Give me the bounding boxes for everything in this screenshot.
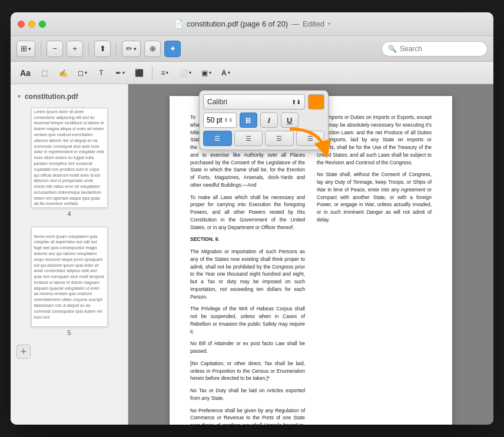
sidebar-icon: ⊞ xyxy=(21,44,27,53)
close-button[interactable] xyxy=(18,21,25,28)
share-icon: ⬆ xyxy=(100,44,106,53)
draw-button[interactable]: ✍ xyxy=(55,65,71,81)
sidebar-toggle-button[interactable]: ⊞ ▾ xyxy=(16,41,35,57)
font-name-chevron-icon: ⬆⬇ xyxy=(291,99,301,105)
text-style-icon: A xyxy=(221,69,227,77)
alignment-row: ☰ ☰ ☰ ☰ xyxy=(203,131,324,146)
main-toolbar: ⊞ ▾ − + ⬆ ✏ ▾ ⊕ ✦ 🔍 xyxy=(11,36,493,62)
sidebar-header: ▼ constitution.pdf xyxy=(11,90,128,103)
zoom-in-button[interactable]: + xyxy=(67,41,83,57)
font-size-stepper-icon[interactable]: ⬆⬇ xyxy=(224,117,233,123)
stamp-button[interactable]: ⊕ xyxy=(144,41,161,57)
select-button[interactable]: ⬚ xyxy=(37,65,52,81)
maximize-button[interactable] xyxy=(39,21,46,28)
text-style-button[interactable]: A ▾ xyxy=(218,65,234,81)
traffic-lights xyxy=(18,21,46,28)
toolbar-separator-1 xyxy=(41,42,41,55)
font-name-row: Calibri ⬆⬇ xyxy=(203,94,324,110)
fill-button[interactable]: ▣ ▾ xyxy=(198,65,215,81)
page-4-content: Lorem ipsum dolor sit amet consectetur a… xyxy=(32,108,107,208)
app-window: 📄 constitution.pdf (page 6 of 20) — Edit… xyxy=(11,12,493,425)
zoom-in-icon: + xyxy=(72,44,77,53)
italic-label: I xyxy=(268,116,270,125)
border-button[interactable]: ⬜ ▾ xyxy=(175,65,195,81)
pen-icon: ✏ xyxy=(126,44,132,53)
page-5-label: 5 xyxy=(67,329,71,336)
paragraph-2: To make all Laws which shall be necessar… xyxy=(190,194,305,231)
bold-label: B xyxy=(246,116,251,125)
italic-button[interactable]: I xyxy=(260,112,278,128)
border-icon: ⬜ xyxy=(179,69,188,77)
text-style-chevron-icon: ▾ xyxy=(228,70,230,75)
align-left-button[interactable]: ☰ xyxy=(203,131,232,146)
zoom-out-button[interactable]: − xyxy=(47,41,63,57)
align-center-button[interactable]: ☰ xyxy=(234,131,263,146)
shapes-button[interactable]: ◻ ▾ xyxy=(74,65,91,81)
pen-chevron-icon: ▾ xyxy=(134,46,137,52)
underline-button[interactable]: U xyxy=(281,112,299,128)
page-5-thumbnail[interactable]: Nemo enim ipsam voluptatem quia voluptas… xyxy=(31,227,108,327)
fill-chevron-icon: ▾ xyxy=(209,70,211,75)
align-right-button[interactable]: ☰ xyxy=(265,131,294,146)
pdf-icon: 📄 xyxy=(174,19,183,28)
font-name-select[interactable]: Calibri ⬆⬇ xyxy=(203,94,305,110)
page-5-content: Nemo enim ipsam voluptatem quia voluptas… xyxy=(32,231,107,323)
share-button[interactable]: ⬆ xyxy=(94,41,111,57)
font-size-input[interactable]: 50 pt ⬆⬇ xyxy=(203,112,237,128)
paragraph-6: [No Capitation, or other direct, Tax sha… xyxy=(190,360,305,382)
dropdown-chevron-icon[interactable]: ▾ xyxy=(328,21,330,27)
font-color-swatch[interactable] xyxy=(308,94,324,110)
draw-icon: ✍ xyxy=(59,69,68,77)
minimize-button[interactable] xyxy=(28,21,35,28)
paragraph-4: The Privilege of the Writ of Habeas Corp… xyxy=(190,305,305,335)
tb2-separator-1 xyxy=(152,67,152,80)
edited-status: Edited xyxy=(303,19,324,28)
titlebar-title: 📄 constitution.pdf (page 6 of 20) — Edit… xyxy=(174,19,330,28)
markup-icon: ✦ xyxy=(170,44,176,53)
add-page-button[interactable]: + xyxy=(16,345,31,359)
search-box[interactable]: 🔍 xyxy=(382,41,488,57)
stamp-icon: ⊕ xyxy=(150,44,156,53)
text-button[interactable]: T xyxy=(94,65,109,81)
edited-label: — xyxy=(291,19,299,28)
bold-button[interactable]: B xyxy=(240,112,257,128)
align-button[interactable]: ≡ ▾ xyxy=(157,65,173,81)
align-justify-icon: ☰ xyxy=(307,135,313,143)
sidebar-filename: constitution.pdf xyxy=(25,92,78,101)
filename-label: constitution.pdf (page 6 of 20) xyxy=(187,19,288,28)
align-center-icon: ☰ xyxy=(246,135,251,143)
paragraph-5: No Bill of Attainder or ex post facto La… xyxy=(190,340,305,355)
search-input[interactable] xyxy=(400,45,481,53)
aa-label: Aa xyxy=(20,68,31,78)
section-9-heading: SECTION. 9. xyxy=(190,236,305,243)
sign-icon: ✒ xyxy=(115,69,121,77)
search-icon: 🔍 xyxy=(388,45,397,53)
right-paragraph-2: No State shall, without the Consent of C… xyxy=(317,171,432,223)
paragraph-8: No Preference shall be given by any Regu… xyxy=(190,407,305,425)
redact-button[interactable]: ⬛ xyxy=(131,65,147,81)
sidebar: ▼ constitution.pdf Lorem ipsum dolor sit… xyxy=(11,84,128,425)
doc-text-content: To exercise exclusive Legislation in all… xyxy=(190,114,305,425)
page-4-label: 4 xyxy=(67,210,71,217)
sign-button[interactable]: ✒ ▾ xyxy=(112,65,128,81)
font-style-row: 50 pt ⬆⬇ B I U xyxy=(203,112,324,128)
select-icon: ⬚ xyxy=(41,69,48,77)
paragraph-3: The Migration or Importation of such Per… xyxy=(190,248,305,300)
redact-icon: ⬛ xyxy=(135,69,144,77)
page-5-container: Nemo enim ipsam voluptatem quia voluptas… xyxy=(11,222,128,341)
align-justify-button[interactable]: ☰ xyxy=(296,131,325,146)
markup-button[interactable]: ✦ xyxy=(164,41,181,57)
chevron-down-icon: ▾ xyxy=(28,46,31,52)
font-aa-button[interactable]: Aa xyxy=(16,65,34,81)
pen-button[interactable]: ✏ ▾ xyxy=(122,41,141,57)
align-icon: ≡ xyxy=(161,69,165,77)
zoom-out-icon: − xyxy=(52,44,57,53)
toolbar-separator-2 xyxy=(88,42,89,55)
right-column: any Imports or Duties on Imports or Expo… xyxy=(311,114,432,425)
border-chevron-icon: ▾ xyxy=(189,70,191,75)
shapes-icon: ◻ xyxy=(78,69,84,77)
page-4-thumbnail[interactable]: Lorem ipsum dolor sit amet consectetur a… xyxy=(31,108,108,208)
shapes-chevron-icon: ▾ xyxy=(85,70,87,75)
toolbar-separator-3 xyxy=(116,42,117,55)
fill-icon: ▣ xyxy=(201,69,208,77)
